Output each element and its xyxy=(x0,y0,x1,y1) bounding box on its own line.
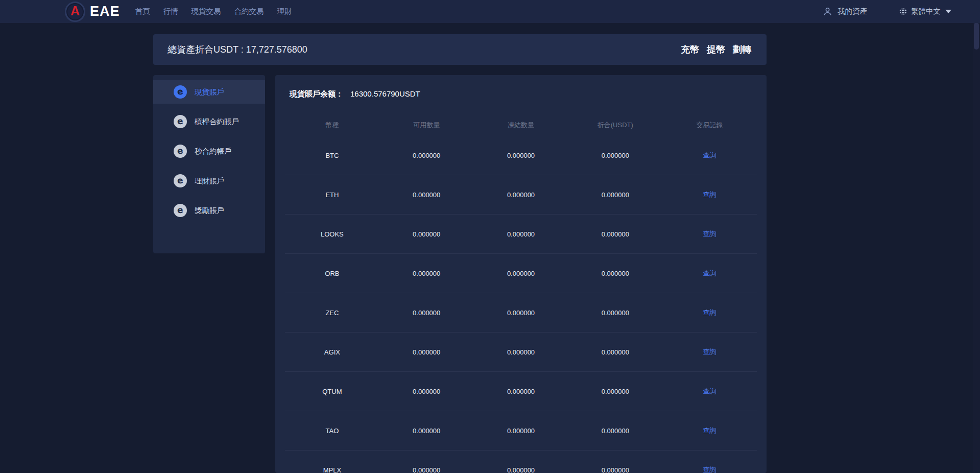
brand-logo-letter: A xyxy=(70,5,80,17)
column-header: 折合(USDT) xyxy=(568,121,662,130)
sidebar-item-label: 理財賬戶 xyxy=(195,176,224,186)
nav-item-0[interactable]: 首頁 xyxy=(135,7,150,16)
query-link[interactable]: 查詢 xyxy=(662,151,757,160)
coin-name: QTUM xyxy=(285,388,379,395)
total-assets-label: 總資產折合USDT : 17,727.576800 xyxy=(168,43,307,56)
nav-item-4[interactable]: 理財 xyxy=(277,7,292,16)
query-link[interactable]: 查詢 xyxy=(662,308,757,317)
nav-item-1[interactable]: 行情 xyxy=(163,7,178,16)
available-amount: 0.000000 xyxy=(379,230,474,238)
scrollbar-thumb[interactable] xyxy=(974,22,979,50)
chevron-down-icon xyxy=(945,10,951,13)
globe-icon xyxy=(899,7,907,16)
sidebar-item-label: 獎勵賬戶 xyxy=(195,206,224,216)
usdt-value: 0.000000 xyxy=(568,348,662,356)
asset-action-0[interactable]: 充幣 xyxy=(681,43,699,56)
frozen-amount: 0.000000 xyxy=(474,427,568,435)
coin-icon: e xyxy=(174,204,187,217)
column-header: 凍結数量 xyxy=(474,121,568,130)
table-row: ORB0.0000000.0000000.000000查詢 xyxy=(285,254,757,293)
asset-actions: 充幣提幣劃轉 xyxy=(681,43,751,56)
query-link[interactable]: 查詢 xyxy=(662,387,757,396)
available-amount: 0.000000 xyxy=(379,191,474,199)
table-row: BTC0.0000000.0000000.000000查詢 xyxy=(285,136,757,175)
frozen-amount: 0.000000 xyxy=(474,270,568,277)
nav-item-3[interactable]: 合約交易 xyxy=(234,7,264,16)
coin-name: AGIX xyxy=(285,348,379,356)
frozen-amount: 0.000000 xyxy=(474,388,568,395)
query-link[interactable]: 查詢 xyxy=(662,465,757,473)
coin-name: ORB xyxy=(285,270,379,277)
account-sidebar: e現貨賬戶e槓桿合約賬戶e秒合約帳戶e理財賬戶e獎勵賬戶 xyxy=(153,75,265,253)
usdt-value: 0.000000 xyxy=(568,427,662,435)
column-header: 可用數量 xyxy=(379,121,474,130)
coin-icon: e xyxy=(174,145,187,158)
table-row: ETH0.0000000.0000000.000000查詢 xyxy=(285,175,757,215)
available-amount: 0.000000 xyxy=(379,466,474,473)
frozen-amount: 0.000000 xyxy=(474,309,568,317)
asset-action-2[interactable]: 劃轉 xyxy=(733,43,751,56)
balance-label: 現貨賬戶余额： xyxy=(290,89,343,99)
language-label: 繁體中文 xyxy=(911,7,941,16)
query-link[interactable]: 查詢 xyxy=(662,229,757,239)
query-link[interactable]: 查詢 xyxy=(662,347,757,357)
frozen-amount: 0.000000 xyxy=(474,348,568,356)
table-row: ZEC0.0000000.0000000.000000查詢 xyxy=(285,293,757,333)
available-amount: 0.000000 xyxy=(379,270,474,277)
brand-logo-icon: A xyxy=(65,2,85,22)
usdt-value: 0.000000 xyxy=(568,466,662,473)
main-panel: 現貨賬戶余额： 16300.576790USDT 幣種可用數量凍結数量折合(US… xyxy=(275,75,767,473)
coin-icon: e xyxy=(174,85,187,99)
frozen-amount: 0.000000 xyxy=(474,466,568,473)
sidebar-item[interactable]: e秒合約帳戶 xyxy=(153,139,265,163)
coin-name: BTC xyxy=(285,152,379,159)
spot-balance-line: 現貨賬戶余额： 16300.576790USDT xyxy=(290,89,420,99)
scrollbar[interactable] xyxy=(973,0,980,473)
language-selector[interactable]: 繁體中文 xyxy=(899,7,951,16)
my-assets-link[interactable]: 我的資產 xyxy=(838,7,867,16)
asset-action-1[interactable]: 提幣 xyxy=(707,43,725,56)
frozen-amount: 0.000000 xyxy=(474,191,568,199)
table-body: BTC0.0000000.0000000.000000查詢ETH0.000000… xyxy=(285,136,757,473)
query-link[interactable]: 查詢 xyxy=(662,190,757,199)
available-amount: 0.000000 xyxy=(379,309,474,317)
brand-logo-text: EAE xyxy=(90,4,120,19)
balance-value: 16300.576790USDT xyxy=(350,89,420,98)
table-header-row: 幣種可用數量凍結数量折合(USDT)交易記錄 xyxy=(285,114,757,136)
coin-name: MPLX xyxy=(285,466,379,473)
frozen-amount: 0.000000 xyxy=(474,152,568,159)
query-link[interactable]: 查詢 xyxy=(662,269,757,278)
usdt-value: 0.000000 xyxy=(568,270,662,277)
top-navbar: A EAE 首頁行情現貨交易合約交易理財 我的資產 繁體中文 xyxy=(0,0,980,23)
brand-logo[interactable]: A EAE xyxy=(65,2,120,22)
coin-icon: e xyxy=(174,115,187,128)
table-row: MPLX0.0000000.0000000.000000查詢 xyxy=(285,451,757,473)
query-link[interactable]: 查詢 xyxy=(662,426,757,435)
usdt-value: 0.000000 xyxy=(568,309,662,317)
user-icon[interactable] xyxy=(823,7,832,16)
sidebar-item[interactable]: e獎勵賬戶 xyxy=(153,199,265,222)
sidebar-item-label: 現貨賬戶 xyxy=(195,87,224,97)
coin-name: ETH xyxy=(285,191,379,199)
assets-table: 幣種可用數量凍結数量折合(USDT)交易記錄 BTC0.0000000.0000… xyxy=(285,114,757,473)
usdt-value: 0.000000 xyxy=(568,230,662,238)
coin-name: ZEC xyxy=(285,309,379,317)
available-amount: 0.000000 xyxy=(379,388,474,395)
table-row: LOOKS0.0000000.0000000.000000查詢 xyxy=(285,215,757,254)
nav-item-2[interactable]: 現貨交易 xyxy=(192,7,221,16)
usdt-value: 0.000000 xyxy=(568,388,662,395)
sidebar-item-label: 槓桿合約賬戶 xyxy=(195,117,239,127)
table-row: QTUM0.0000000.0000000.000000查詢 xyxy=(285,372,757,411)
usdt-value: 0.000000 xyxy=(568,191,662,199)
usdt-value: 0.000000 xyxy=(568,152,662,159)
sidebar-item[interactable]: e理財賬戶 xyxy=(153,169,265,193)
frozen-amount: 0.000000 xyxy=(474,230,568,238)
main-nav: 首頁行情現貨交易合約交易理財 xyxy=(135,7,292,16)
available-amount: 0.000000 xyxy=(379,427,474,435)
sidebar-item[interactable]: e現貨賬戶 xyxy=(153,80,265,104)
coin-icon: e xyxy=(174,174,187,187)
available-amount: 0.000000 xyxy=(379,152,474,159)
assets-summary-bar: 總資產折合USDT : 17,727.576800 充幣提幣劃轉 xyxy=(153,34,767,65)
sidebar-item[interactable]: e槓桿合約賬戶 xyxy=(153,110,265,133)
column-header: 幣種 xyxy=(285,121,379,130)
